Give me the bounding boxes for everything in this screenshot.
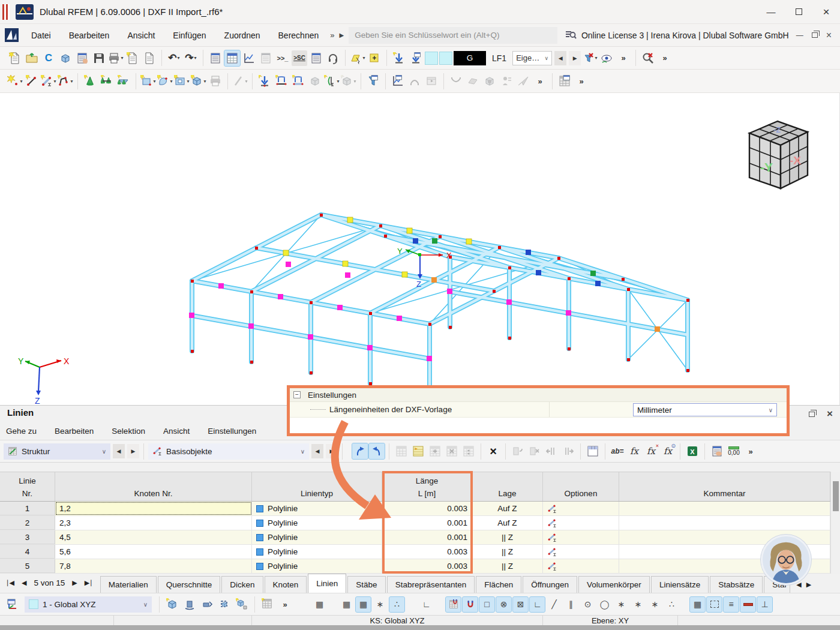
guideline-snap-button[interactable]: ∴ bbox=[389, 597, 404, 612]
result-diagram-button[interactable] bbox=[390, 73, 406, 89]
snap-line-button[interactable]: ╱ bbox=[547, 597, 562, 612]
free-load-button[interactable] bbox=[307, 73, 323, 89]
load-case-letter-badge[interactable]: G bbox=[454, 51, 486, 65]
panel-close-icon[interactable]: × bbox=[827, 408, 833, 420]
guideline-new-button[interactable]: ∗ bbox=[373, 597, 388, 612]
table-delete-row-button[interactable] bbox=[444, 443, 460, 459]
child-close-icon[interactable]: × bbox=[826, 30, 832, 41]
row-copy-button[interactable] bbox=[510, 443, 526, 459]
next-load-case-button[interactable]: ▶ bbox=[569, 51, 581, 65]
panel-menu-bearbeiten[interactable]: Bearbeiten bbox=[55, 427, 94, 436]
new-solid-button[interactable]: ▾ bbox=[191, 73, 206, 89]
delete-all-button[interactable]: × bbox=[485, 443, 501, 459]
laenge-cell[interactable]: 0.001 bbox=[382, 530, 472, 544]
laenge-cell[interactable]: 0.003 bbox=[382, 545, 472, 559]
decimal-places-button[interactable]: 0,00 bbox=[726, 443, 742, 459]
linientyp-cell[interactable]: Polylinie bbox=[252, 502, 382, 515]
snap-ellipse-button[interactable]: ◯ bbox=[597, 597, 612, 612]
tab-dicken[interactable]: Dicken bbox=[221, 576, 263, 593]
grid-points-button[interactable]: ▦ bbox=[339, 597, 354, 612]
load-combination-select[interactable]: Eige…∨ bbox=[512, 51, 552, 65]
optionen-cell[interactable] bbox=[543, 559, 619, 573]
pin-plane-button[interactable]: ⊥ bbox=[757, 597, 772, 612]
new-polyline-button[interactable]: ▾ bbox=[58, 73, 73, 89]
formula-show-button[interactable]: fx⊙ bbox=[660, 443, 676, 459]
toolbar-overflow-button[interactable]: » bbox=[743, 443, 758, 459]
navigator-button[interactable] bbox=[208, 50, 223, 66]
kommentar-cell[interactable] bbox=[619, 502, 830, 515]
surface-results-button[interactable] bbox=[465, 73, 481, 89]
script-button[interactable]: >SC bbox=[292, 50, 307, 66]
move-cs-button[interactable] bbox=[199, 596, 215, 612]
laenge-cell[interactable]: 0.003 bbox=[382, 502, 472, 515]
toolbar-overflow-button[interactable]: » bbox=[532, 73, 548, 89]
grid-show-button[interactable]: ▦ bbox=[312, 597, 327, 612]
header-kommentar[interactable]: Kommentar bbox=[619, 472, 830, 501]
open-file-button[interactable] bbox=[24, 50, 40, 66]
excel-export-button[interactable] bbox=[685, 443, 700, 459]
row-move-left-button[interactable] bbox=[544, 443, 559, 459]
snap-points-button[interactable]: ∴ bbox=[664, 597, 679, 612]
linientyp-cell[interactable]: Polylinie bbox=[252, 516, 382, 530]
tab-materialien[interactable]: Materialien bbox=[100, 576, 157, 593]
menu-ansicht[interactable]: Ansicht bbox=[118, 24, 164, 47]
panel-menu-einstellungen[interactable]: Einstellungen bbox=[208, 427, 256, 436]
navigator-combo-basisobjekte[interactable]: Basisobjekte ∨ bbox=[148, 443, 309, 460]
jump-model-button[interactable] bbox=[352, 443, 368, 459]
snap-parallel-button[interactable]: ∥ bbox=[563, 597, 578, 612]
lage-cell[interactable]: || Z bbox=[472, 545, 543, 559]
prev-table-button[interactable]: ◀ bbox=[113, 444, 125, 458]
snap-tangent-button[interactable]: ⊙ bbox=[580, 597, 595, 612]
laenge-cell[interactable]: 0.001 bbox=[382, 516, 472, 530]
prev-table-button[interactable]: ◀ bbox=[22, 579, 26, 587]
filter-objects-button[interactable] bbox=[365, 73, 381, 89]
ortho-button[interactable]: ∟ bbox=[419, 597, 434, 612]
tables-button[interactable] bbox=[224, 50, 240, 66]
knoten-cell[interactable]: 5,6 bbox=[55, 545, 252, 559]
scrollbar-thumb[interactable] bbox=[833, 481, 839, 511]
new-line-support-button[interactable] bbox=[99, 73, 115, 89]
visibility-button[interactable] bbox=[599, 50, 614, 66]
snap-division-button[interactable]: ∗ bbox=[631, 597, 646, 612]
model-cube-button[interactable] bbox=[58, 50, 73, 66]
undo-button[interactable]: ↶▾ bbox=[166, 50, 182, 66]
new-surface-button[interactable]: ▾ bbox=[140, 73, 156, 89]
snap-center-button[interactable]: ⊗ bbox=[496, 597, 511, 612]
header-lage[interactable]: Lage bbox=[472, 472, 543, 501]
optionen-cell[interactable] bbox=[543, 502, 619, 515]
import-model-button[interactable] bbox=[7, 50, 23, 66]
jump-table-button[interactable] bbox=[369, 443, 385, 459]
previous-load-case-button[interactable]: ◀ bbox=[554, 51, 566, 65]
first-table-button[interactable]: ∣◀ bbox=[6, 579, 14, 587]
panel-menu-selektion[interactable]: Selektion bbox=[112, 427, 145, 436]
new-curved-surface-button[interactable]: ▾ bbox=[157, 73, 173, 89]
load-color-swatch[interactable] bbox=[439, 52, 452, 65]
toolbar-overflow-button[interactable]: » bbox=[657, 50, 673, 66]
row-move-right-button[interactable] bbox=[560, 443, 576, 459]
print-button[interactable]: ▾ bbox=[108, 50, 124, 66]
menu-einfuegen[interactable]: Einfügen bbox=[164, 24, 215, 47]
tab-querschnitte[interactable]: Querschnitte bbox=[158, 576, 221, 593]
snap-endpoint-button[interactable]: □ bbox=[479, 597, 494, 612]
properties-panel-button[interactable] bbox=[308, 50, 324, 66]
work-grid-button[interactable]: ▦ bbox=[690, 597, 705, 612]
toolbar-overflow-button[interactable]: » bbox=[574, 73, 589, 89]
table-empty-rows-button[interactable] bbox=[461, 443, 476, 459]
optionen-cell[interactable] bbox=[543, 530, 619, 544]
snap-distance-button[interactable]: ∗ bbox=[647, 597, 662, 612]
table-edit-button[interactable] bbox=[394, 443, 409, 459]
next-table-button[interactable]: ▶ bbox=[127, 444, 139, 458]
header-laenge[interactable]: LängeL [m] bbox=[382, 472, 472, 501]
license-area[interactable]: Online License 3 | Irena Kirova | Dlubal… bbox=[565, 29, 789, 41]
optionen-cell[interactable] bbox=[543, 545, 619, 559]
navigator-combo-struktur[interactable]: Struktur ∨ bbox=[4, 443, 110, 460]
redo-button[interactable]: ↷▾ bbox=[183, 50, 199, 66]
support-headset-button[interactable] bbox=[325, 50, 341, 66]
optionen-cell[interactable] bbox=[543, 516, 619, 530]
member-results-button[interactable] bbox=[448, 73, 464, 89]
table-row[interactable]: 5 7,8 Polylinie 0.003 || Z bbox=[0, 559, 830, 574]
close-button[interactable]: × bbox=[812, 0, 840, 24]
table-row[interactable]: 1 1,2 Polylinie 0.003 Auf Z bbox=[0, 502, 830, 516]
partial-view-button[interactable] bbox=[499, 73, 514, 89]
minimize-button[interactable]: — bbox=[757, 0, 785, 24]
